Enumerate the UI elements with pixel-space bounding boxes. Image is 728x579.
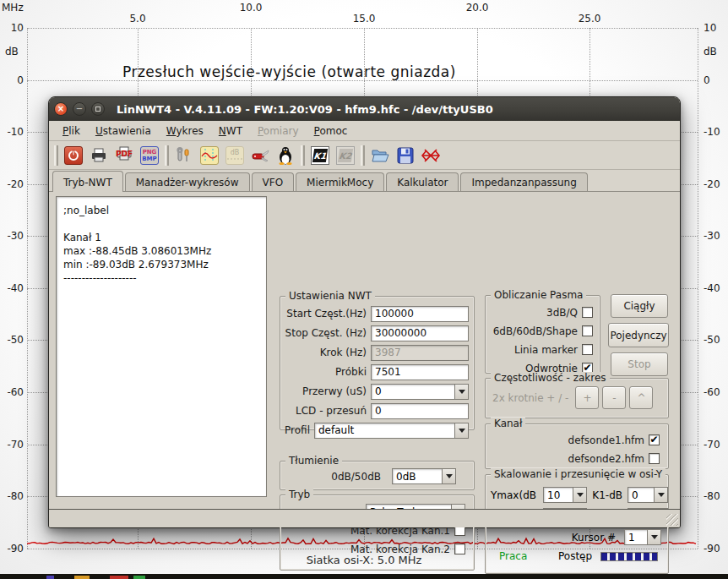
ciagly-button[interactable]: Ciągły — [611, 294, 668, 318]
png-bmp-icon: PNG BMP — [140, 146, 159, 165]
tab-vfo[interactable]: VFO — [252, 172, 295, 191]
postep-label: Postęp — [558, 550, 592, 562]
dropdown-button[interactable] — [573, 487, 587, 503]
tab-manadzer-wykresow[interactable]: Manadżer-wykresów — [125, 172, 250, 191]
db-scale-button: dB — [223, 144, 247, 167]
close-button[interactable]: × — [54, 102, 68, 116]
floppy-disk-icon — [397, 147, 414, 164]
linux-button[interactable] — [274, 144, 297, 167]
defsonde2-checkbox[interactable] — [649, 453, 660, 464]
chevron-down-icon — [446, 474, 453, 478]
k1-db-combo[interactable]: 0 — [627, 487, 668, 503]
tab-impedanzanpassung[interactable]: Impedanzanpassung — [460, 172, 587, 191]
pojedynczy-button[interactable]: Pojedynczy — [608, 323, 669, 347]
tab-miermikmocy[interactable]: MiermikMocy — [296, 172, 384, 191]
dropdown-button[interactable] — [654, 487, 668, 503]
dropdown-button[interactable] — [454, 423, 469, 439]
printer-icon — [90, 146, 108, 165]
taskbar-icon-2[interactable] — [74, 576, 90, 579]
tab-tryb-nwt[interactable]: Tryb-NWT — [52, 171, 123, 192]
toolbar-handle — [54, 145, 58, 166]
krok-label: Krok (Hz) — [284, 347, 371, 358]
probki-label: Próbki — [284, 366, 371, 378]
defsonde1-label: defsonde1.hfm — [568, 434, 644, 446]
measurement-log[interactable]: ;no_label Kanał 1 max :-88.45dB 3.086013… — [56, 196, 267, 497]
power-icon — [64, 146, 83, 165]
tux-penguin-icon — [277, 146, 294, 165]
tools-icon — [175, 146, 193, 165]
open-folder-icon — [371, 147, 389, 164]
k1-icon: K1 — [311, 146, 329, 165]
toolbar-separator — [165, 145, 169, 166]
span-button[interactable] — [419, 144, 443, 167]
ymax-label: Ymax(dB — [491, 489, 540, 501]
minimize-button[interactable]: − — [73, 102, 86, 116]
dropdown-button[interactable] — [647, 529, 661, 545]
defsonde1-checkbox[interactable] — [649, 434, 660, 445]
tab-kalkulator[interactable]: Kalkulator — [386, 172, 459, 191]
group-tlumienie: Tłumienie 0dB/50dB 0dB — [280, 461, 475, 490]
group-title: Tryb — [285, 489, 313, 500]
lcd-label: LCD - przesuń — [284, 405, 371, 417]
freq-plus-button: + — [575, 386, 599, 409]
save-file-button[interactable] — [394, 144, 417, 167]
db-scale-icon: dB — [225, 146, 244, 165]
print-pdf-button[interactable]: PDF — [112, 144, 136, 167]
probki-input[interactable]: 7501 — [371, 364, 469, 380]
dropdown-button[interactable] — [442, 468, 456, 484]
3db-q-checkbox[interactable] — [582, 307, 593, 318]
start-freq-label: Start Częst.(Hz) — [284, 308, 371, 320]
chevron-down-icon — [459, 390, 465, 394]
k1-correction-button[interactable]: K1 — [308, 144, 332, 167]
lcd-input[interactable]: 0 — [371, 403, 469, 419]
k2-icon: K2 — [336, 146, 355, 165]
attenuator-combo[interactable]: 0dB — [392, 468, 456, 484]
stop-freq-input[interactable]: 30000000 — [371, 325, 469, 341]
przerwy-label: Przerwy (uS) — [284, 385, 371, 397]
krok-input: 3987 — [371, 345, 469, 361]
kursor-label: Kursor # — [572, 532, 616, 543]
kursor-combo[interactable]: 1 — [624, 529, 661, 545]
maximize-button[interactable] — [91, 102, 105, 116]
sweep-graph-button[interactable] — [198, 144, 221, 167]
6db-60db-shape-checkbox[interactable] — [582, 325, 593, 336]
k1-db-label: K1-dB — [590, 489, 624, 501]
ymax-combo[interactable]: 10 — [543, 487, 587, 503]
freq-caret-button: ^ — [629, 386, 653, 409]
titlebar[interactable]: × − LinNWT4 - V.4.11.09 - FW:1.20:V09 - … — [49, 97, 680, 121]
toolbar-separator — [301, 145, 305, 166]
resize-grip[interactable] — [666, 514, 678, 526]
menu-wykres[interactable]: Wykres — [160, 123, 210, 139]
attenuator-label: 0dB/50dB — [284, 471, 385, 483]
menu-pomoc[interactable]: Pomoc — [307, 123, 355, 139]
linia-marker-checkbox[interactable] — [582, 344, 593, 355]
group-tryb: Tryb PełnyTryb Mat. korekcja Kan.1 Mat. … — [280, 494, 475, 571]
chevron-down-icon — [651, 535, 658, 539]
chevron-down-icon — [459, 429, 465, 433]
export-image-button[interactable]: PNG BMP — [138, 144, 161, 167]
multi-tool-button[interactable] — [248, 144, 272, 167]
korekcja-kan2-checkbox[interactable] — [454, 543, 465, 554]
settings-tools-button[interactable] — [172, 144, 196, 167]
menu-nwt[interactable]: NWT — [212, 123, 249, 139]
przerwy-combo[interactable]: 0 — [371, 384, 469, 400]
menu-plik[interactable]: Plik — [56, 123, 87, 139]
start-freq-input[interactable]: 100000 — [371, 306, 469, 322]
taskbar-icon-4[interactable] — [133, 576, 145, 579]
quit-button[interactable] — [62, 144, 85, 167]
bottom-taskbar[interactable] — [0, 574, 728, 579]
printer-pdf-icon: PDF — [115, 145, 133, 167]
group-title: Skalowanie i przesunięcie w osi-Y — [491, 468, 666, 480]
defsonde2-label: defsonde2.hfm — [568, 453, 644, 465]
taskbar-icon-3[interactable] — [110, 576, 128, 579]
group-obliczanie-pasma: Obliczanie Pasma 3dB/Q 6dB/60dB/Shape Li… — [485, 295, 600, 374]
taskbar-icon-1[interactable] — [46, 576, 54, 579]
dropdown-button[interactable] — [454, 384, 469, 400]
open-file-button[interactable] — [368, 144, 392, 167]
k2-correction-button: K2 — [334, 144, 357, 167]
print-button[interactable] — [87, 144, 111, 167]
desktop: MHz dB dB 5.0 10.0 15.0 20.0 25.0 10 0 -… — [0, 0, 728, 579]
profil-combo[interactable]: default — [314, 423, 469, 439]
toolbar-separator — [361, 145, 365, 166]
menu-ustawienia[interactable]: Ustawienia — [89, 123, 158, 139]
